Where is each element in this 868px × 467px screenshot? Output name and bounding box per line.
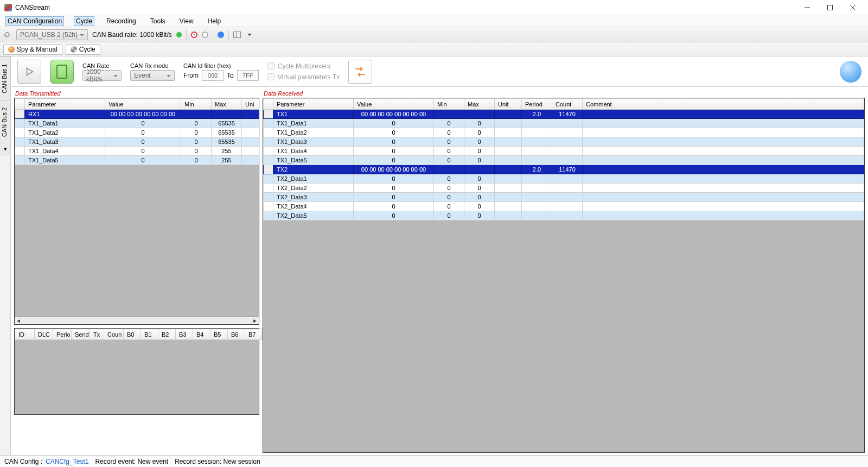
menu-view[interactable]: View xyxy=(177,16,196,26)
status-config-label: CAN Config : xyxy=(4,458,42,465)
menu-tools[interactable]: Tools xyxy=(148,16,168,26)
bus-tab-options-icon[interactable]: ▾ xyxy=(0,143,10,155)
rx-data-row[interactable]: TX2_Data3000 xyxy=(264,193,864,202)
id-filter-from-input[interactable] xyxy=(202,70,224,81)
rx-data-row[interactable]: TX1_Data3000 xyxy=(264,137,864,147)
minimize-button[interactable] xyxy=(796,2,818,14)
tx-title: Data Transmitted xyxy=(14,89,259,98)
record-button[interactable] xyxy=(191,31,197,38)
toolbar-indicator-icon[interactable] xyxy=(218,31,224,38)
tx-data-row[interactable]: TX1_Data10065535 xyxy=(15,119,259,128)
collapse-icon[interactable]: − xyxy=(15,110,25,119)
window-title: CANStream xyxy=(15,4,50,11)
tx-group-row[interactable]: −RX100 00 00 00 00 00 00 00 xyxy=(15,110,259,119)
app-icon xyxy=(4,4,12,11)
layout-button[interactable] xyxy=(233,31,241,38)
id-filter-to-input[interactable] xyxy=(237,70,259,81)
svg-rect-1 xyxy=(828,5,833,10)
rx-data-row[interactable]: TX2_Data1000 xyxy=(264,174,864,184)
tx-grid[interactable]: ParameterValueMinMaxUni −RX100 00 00 00 … xyxy=(14,98,259,325)
to-label: To xyxy=(227,72,234,79)
maximize-button[interactable] xyxy=(819,2,841,14)
tx-panel: Data Transmitted ParameterValueMinMaxUni… xyxy=(14,89,259,453)
close-button[interactable] xyxy=(842,2,864,14)
status-dot-green xyxy=(176,32,182,37)
menubar: CAN Configuration Cycle Recording Tools … xyxy=(0,15,868,27)
virtual-tx-checkbox[interactable] xyxy=(267,73,275,80)
status-record-session: Record session: New session xyxy=(175,458,260,465)
tx-scrollbar[interactable]: ◄► xyxy=(15,317,259,324)
rx-grid[interactable]: ParameterValueMinMaxUnitPeriodCountComme… xyxy=(263,98,865,453)
menu-help[interactable]: Help xyxy=(206,16,224,26)
rx-title: Data Received xyxy=(263,89,865,98)
baud-rate-label: CAN Baud rate: 1000 kBit/s xyxy=(92,31,172,39)
play-button[interactable] xyxy=(17,60,41,84)
raw-header-row: IDDLCPerioSendTxCounB0B1B2B3B4B5B6B7 xyxy=(15,329,263,340)
titlebar: CANStream xyxy=(0,0,868,15)
status-orb-icon xyxy=(840,61,861,83)
device-dropdown[interactable]: PCAN_USB 2 (52h) xyxy=(16,29,88,40)
tab-can-bus-1[interactable]: CAN Bus 1 xyxy=(0,56,10,100)
cycle-multiplexers-label: Cycle Multiplexers xyxy=(278,62,330,70)
view-tabbar: Spy & Manual Cycle xyxy=(0,42,868,56)
refresh-icon[interactable] xyxy=(2,30,12,40)
id-filter-label: CAN Id filter (hex) xyxy=(183,62,259,69)
tab-can-bus-2[interactable]: CAN Bus 2 xyxy=(0,100,10,143)
tx-raw-grid[interactable]: IDDLCPerioSendTxCounB0B1B2B3B4B5B6B7 xyxy=(14,328,259,415)
collapse-icon[interactable]: − xyxy=(264,165,273,174)
tx-data-row[interactable]: TX1_Data30065535 xyxy=(15,137,259,147)
record-stop-button[interactable] xyxy=(202,31,208,38)
user-icon xyxy=(8,46,15,53)
rx-data-row[interactable]: TX2_Data5000 xyxy=(264,211,864,220)
rx-data-row[interactable]: TX1_Data5000 xyxy=(264,156,864,165)
cycle-multiplexers-checkbox[interactable] xyxy=(267,62,275,70)
rx-data-row[interactable]: TX1_Data1000 xyxy=(264,119,864,128)
tx-data-row[interactable]: TX1_Data20065535 xyxy=(15,128,259,137)
menu-recording[interactable]: Recording xyxy=(104,16,138,26)
menu-can-configuration[interactable]: CAN Configuration xyxy=(5,16,64,26)
rx-data-row[interactable]: TX2_Data2000 xyxy=(264,184,864,193)
rx-mode-label: CAN Rx mode xyxy=(130,62,175,69)
rx-data-row[interactable]: TX2_Data4000 xyxy=(264,202,864,211)
can-rate-dropdown[interactable]: 1000 kBit/s xyxy=(82,70,122,81)
layout-dropdown-chevron[interactable] xyxy=(247,34,252,38)
tx-data-row[interactable]: TX1_Data400255 xyxy=(15,147,259,156)
collapse-icon[interactable]: − xyxy=(264,110,273,119)
from-label: From xyxy=(183,72,199,79)
rx-group-row[interactable]: −TX200 00 00 00 00 00 00 002.011470 xyxy=(264,165,864,174)
tx-data-row[interactable]: TX1_Data500255 xyxy=(15,156,259,165)
status-config-link[interactable]: CANCfg_Test1 xyxy=(46,458,88,465)
toolbar: PCAN_USB 2 (52h) CAN Baud rate: 1000 kBi… xyxy=(0,27,868,42)
tab-spy-manual[interactable]: Spy & Manual xyxy=(3,44,62,55)
menu-cycle[interactable]: Cycle xyxy=(74,16,94,26)
tx-header-row: ParameterValueMinMaxUni xyxy=(15,99,259,110)
statusbar: CAN Config : CANCfg_Test1 Record event: … xyxy=(0,455,868,467)
rx-header-row: ParameterValueMinMaxUnitPeriodCountComme… xyxy=(264,99,864,110)
rx-group-row[interactable]: −TX100 00 00 00 00 00 00 002.011470 xyxy=(264,110,864,119)
rx-mode-dropdown[interactable]: Event xyxy=(130,70,175,81)
status-record-event: Record event: New event xyxy=(95,458,168,465)
rx-data-row[interactable]: TX1_Data2000 xyxy=(264,128,864,137)
tab-cycle[interactable]: Cycle xyxy=(66,44,100,55)
cycle-icon xyxy=(71,46,77,53)
virtual-tx-label: Virtual parameters Tx xyxy=(278,73,340,81)
stop-button[interactable] xyxy=(50,60,74,84)
swap-button[interactable] xyxy=(348,60,372,84)
rx-panel: Data Received ParameterValueMinMaxUnitPe… xyxy=(263,89,865,453)
controls-row: CAN Rate 1000 kBit/s CAN Rx mode Event C… xyxy=(11,56,868,87)
rx-data-row[interactable]: TX1_Data4000 xyxy=(264,147,864,156)
bus-tab-strip: CAN Bus 1 CAN Bus 2 ▾ xyxy=(0,56,11,455)
